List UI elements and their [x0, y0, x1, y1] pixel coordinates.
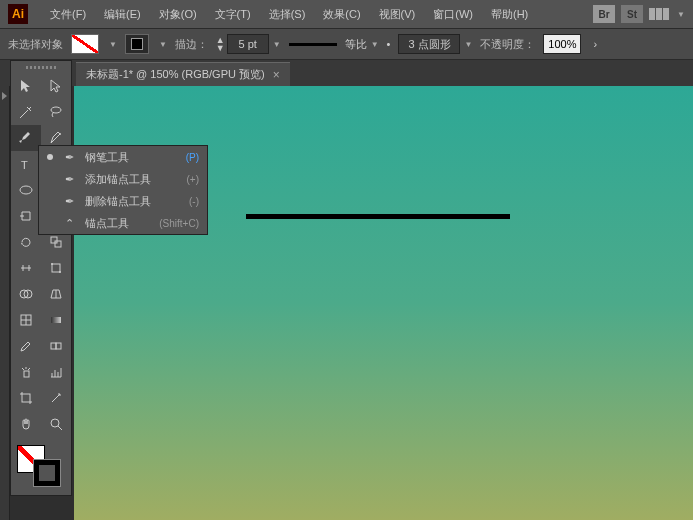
- mesh-tool[interactable]: [11, 307, 41, 333]
- workspace-switcher[interactable]: [649, 8, 669, 20]
- selected-dot-icon: [47, 154, 53, 160]
- stroke-label: 描边：: [175, 37, 208, 52]
- pen-plus-icon: ✒: [61, 173, 77, 186]
- flyout-shortcut: (+): [187, 174, 200, 185]
- stroke-dropdown-icon[interactable]: ▼: [159, 40, 167, 49]
- flyout-shortcut: (P): [186, 152, 199, 163]
- scale-label: 等比: [345, 37, 367, 52]
- pen-tool[interactable]: [11, 125, 41, 151]
- flyout-label: 删除锚点工具: [85, 194, 181, 209]
- flyout-pen-tool[interactable]: ✒ 钢笔工具 (P): [39, 146, 207, 168]
- blend-tool[interactable]: [41, 333, 71, 359]
- menu-view[interactable]: 视图(V): [371, 3, 424, 26]
- zoom-tool[interactable]: [41, 411, 71, 437]
- flyout-shortcut: (Shift+C): [159, 218, 199, 229]
- flyout-anchor-point-tool[interactable]: ⌃ 锚点工具 (Shift+C): [39, 212, 207, 234]
- stroke-color-well[interactable]: [33, 459, 61, 487]
- pen-minus-icon: ✒: [61, 195, 77, 208]
- flyout-label: 钢笔工具: [85, 150, 178, 165]
- perspective-tool[interactable]: [41, 281, 71, 307]
- selection-status: 未选择对象: [8, 37, 63, 52]
- shaper-tool[interactable]: [11, 203, 41, 229]
- svg-rect-17: [24, 371, 29, 377]
- menu-right-group: Br St ▼: [593, 5, 685, 23]
- artwork-line[interactable]: [246, 214, 510, 219]
- svg-point-10: [59, 271, 61, 273]
- menu-bar: Ai 文件(F) 编辑(E) 对象(O) 文字(T) 选择(S) 效果(C) 视…: [0, 0, 693, 28]
- svg-rect-15: [51, 343, 56, 349]
- color-well[interactable]: [11, 441, 71, 489]
- symbol-sprayer-tool[interactable]: [11, 359, 41, 385]
- svg-text:T: T: [21, 159, 28, 171]
- svg-point-1: [59, 133, 61, 135]
- svg-point-0: [51, 107, 61, 113]
- tab-close-icon[interactable]: ×: [273, 68, 280, 82]
- free-transform-tool[interactable]: [41, 255, 71, 281]
- left-dock-strip[interactable]: [0, 86, 10, 520]
- type-tool[interactable]: T: [11, 151, 41, 177]
- fill-swatch[interactable]: [71, 34, 99, 54]
- hand-tool[interactable]: [11, 411, 41, 437]
- menu-window[interactable]: 窗口(W): [425, 3, 481, 26]
- tab-title: 未标题-1* @ 150% (RGB/GPU 预览): [86, 67, 265, 82]
- menu-effect[interactable]: 效果(C): [315, 3, 368, 26]
- svg-point-4: [20, 186, 32, 194]
- svg-rect-18: [22, 394, 30, 402]
- flyout-delete-anchor-tool[interactable]: ✒ 删除锚点工具 (-): [39, 190, 207, 212]
- app-logo: Ai: [8, 4, 28, 24]
- stroke-preview: [289, 43, 337, 46]
- svg-rect-14: [51, 317, 61, 323]
- opacity-field[interactable]: 100%: [543, 34, 581, 54]
- direct-selection-tool[interactable]: [41, 73, 71, 99]
- svg-rect-6: [51, 237, 57, 243]
- shape-builder-tool[interactable]: [11, 281, 41, 307]
- profile-field[interactable]: 3 点圆形: [398, 34, 460, 54]
- svg-point-9: [51, 263, 53, 265]
- menu-type[interactable]: 文字(T): [207, 3, 259, 26]
- panel-grip[interactable]: [11, 61, 71, 73]
- graph-tool[interactable]: [41, 359, 71, 385]
- dot-icon: •: [387, 38, 391, 50]
- selection-tool[interactable]: [11, 73, 41, 99]
- svg-rect-7: [55, 241, 61, 247]
- control-bar: 未选择对象 ▼ ▼ 描边： ▲▼ 5 pt ▼ 等比 ▼ • 3 点圆形 ▼ 不…: [0, 28, 693, 60]
- ellipse-tool[interactable]: [11, 177, 41, 203]
- gradient-tool[interactable]: [41, 307, 71, 333]
- artboard-tool[interactable]: [11, 385, 41, 411]
- flyout-label: 锚点工具: [85, 216, 151, 231]
- slice-tool[interactable]: [41, 385, 71, 411]
- document-tab-bar: 未标题-1* @ 150% (RGB/GPU 预览) ×: [0, 60, 693, 86]
- stroke-stepper-icon[interactable]: ▲▼: [216, 36, 225, 52]
- svg-rect-16: [56, 343, 61, 349]
- chevron-down-icon[interactable]: ▼: [677, 10, 685, 19]
- flyout-add-anchor-tool[interactable]: ✒ 添加锚点工具 (+): [39, 168, 207, 190]
- svg-point-19: [51, 419, 59, 427]
- pen-tool-flyout: ✒ 钢笔工具 (P) ✒ 添加锚点工具 (+) ✒ 删除锚点工具 (-) ⌃ 锚…: [38, 145, 208, 235]
- rotate-tool[interactable]: [11, 229, 41, 255]
- stock-button[interactable]: St: [621, 5, 643, 23]
- width-tool[interactable]: [11, 255, 41, 281]
- tools-panel: T: [10, 60, 72, 496]
- fill-dropdown-icon[interactable]: ▼: [109, 40, 117, 49]
- stroke-swatch[interactable]: [125, 34, 149, 54]
- bridge-button[interactable]: Br: [593, 5, 615, 23]
- flyout-shortcut: (-): [189, 196, 199, 207]
- stroke-weight-dropdown-icon[interactable]: ▼: [273, 40, 281, 49]
- scale-dropdown-icon[interactable]: ▼: [371, 40, 379, 49]
- magic-wand-tool[interactable]: [11, 99, 41, 125]
- stroke-weight-field[interactable]: 5 pt: [227, 34, 269, 54]
- menu-object[interactable]: 对象(O): [151, 3, 205, 26]
- menu-edit[interactable]: 编辑(E): [96, 3, 149, 26]
- more-icon[interactable]: ›: [593, 38, 597, 50]
- menu-file[interactable]: 文件(F): [42, 3, 94, 26]
- profile-dropdown-icon[interactable]: ▼: [464, 40, 472, 49]
- anchor-icon: ⌃: [61, 217, 77, 230]
- menu-help[interactable]: 帮助(H): [483, 3, 536, 26]
- document-tab[interactable]: 未标题-1* @ 150% (RGB/GPU 预览) ×: [76, 62, 290, 86]
- lasso-tool[interactable]: [41, 99, 71, 125]
- svg-rect-8: [52, 264, 60, 272]
- menu-select[interactable]: 选择(S): [261, 3, 314, 26]
- pen-icon: ✒: [61, 151, 77, 164]
- svg-line-20: [58, 426, 62, 430]
- eyedropper-tool[interactable]: [11, 333, 41, 359]
